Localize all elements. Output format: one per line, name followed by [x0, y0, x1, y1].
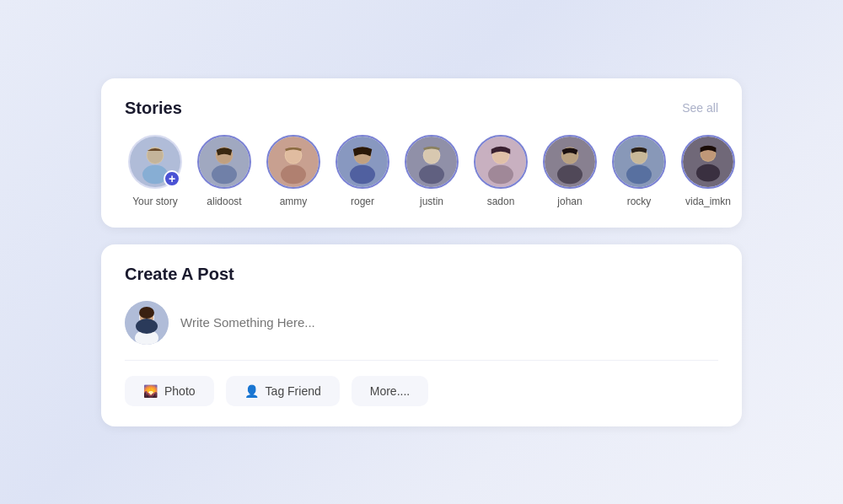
photo-button[interactable]: 🌄 Photo: [125, 376, 214, 406]
story-avatar-wrapper-your-story: +: [128, 135, 182, 189]
tag-friend-label: Tag Friend: [266, 384, 321, 398]
story-label-rocky: rocky: [627, 196, 652, 207]
story-avatar-rocky: [612, 135, 666, 189]
stories-title: Stories: [125, 99, 182, 118]
story-avatar-sadon: [474, 135, 528, 189]
story-label-roger: roger: [351, 196, 374, 207]
svg-point-6: [212, 164, 237, 184]
svg-point-10: [281, 164, 306, 184]
story-avatar-wrapper-johan: [543, 135, 597, 189]
svg-point-18: [419, 164, 444, 184]
story-item-alidoost[interactable]: alidoost: [194, 135, 255, 207]
stories-list: +Your story alidoost ammy roger justin s…: [125, 135, 718, 207]
svg-point-26: [557, 164, 583, 184]
story-label-justin: justin: [420, 196, 443, 207]
story-avatar-wrapper-roger: [336, 135, 389, 189]
story-item-rocky[interactable]: rocky: [609, 135, 669, 207]
svg-point-40: [139, 307, 154, 319]
photo-icon: 🌄: [143, 384, 158, 398]
story-item-vida_imkn[interactable]: vida_imkn: [678, 135, 738, 207]
story-label-sadon: sadon: [487, 196, 515, 207]
svg-point-22: [488, 164, 513, 184]
story-avatar-alidoost: [197, 135, 251, 189]
story-avatar-johan: [543, 135, 597, 189]
story-item-ammy[interactable]: ammy: [263, 135, 324, 207]
current-user-avatar: [125, 301, 169, 345]
story-avatar-roger: [336, 135, 389, 189]
story-avatar-wrapper-justin: [405, 135, 459, 189]
more-button[interactable]: More....: [352, 376, 428, 406]
story-avatar-vida_imkn: [681, 135, 735, 189]
story-item-roger[interactable]: roger: [332, 135, 393, 207]
post-actions: 🌄 Photo 👤 Tag Friend More....: [125, 376, 718, 406]
story-avatar-wrapper-ammy: [266, 135, 320, 189]
story-avatar-justin: [405, 135, 459, 189]
stories-card: Stories See all +Your story alidoost amm…: [101, 78, 742, 228]
story-label-ammy: ammy: [280, 196, 308, 207]
story-label-vida_imkn: vida_imkn: [685, 196, 731, 207]
story-avatar-wrapper-vida_imkn: [681, 135, 735, 189]
post-input[interactable]: [180, 315, 718, 330]
story-label-your-story: Your story: [132, 196, 178, 207]
svg-point-34: [696, 164, 720, 181]
svg-point-41: [136, 319, 158, 334]
stories-header: Stories See all: [125, 99, 718, 118]
tag-friend-button[interactable]: 👤 Tag Friend: [226, 376, 340, 406]
story-item-your-story[interactable]: +Your story: [125, 135, 185, 207]
add-story-badge: +: [164, 170, 180, 187]
see-all-button[interactable]: See all: [682, 101, 718, 115]
create-post-card: Create A Post 🌄 Photo 👤 Tag Friend More.…: [101, 244, 742, 426]
story-avatar-wrapper-sadon: [474, 135, 528, 189]
story-avatar-ammy: [266, 135, 320, 189]
more-label: More....: [370, 384, 410, 398]
story-avatar-wrapper-rocky: [612, 135, 666, 189]
person-icon: 👤: [244, 384, 259, 398]
story-item-justin[interactable]: justin: [401, 135, 462, 207]
post-input-row: [125, 301, 718, 361]
story-avatar-wrapper-alidoost: [197, 135, 251, 189]
story-item-sadon[interactable]: sadon: [470, 135, 531, 207]
create-post-title: Create A Post: [125, 265, 718, 284]
story-item-johan[interactable]: johan: [540, 135, 600, 207]
story-label-johan: johan: [557, 196, 582, 207]
photo-label: Photo: [164, 384, 196, 398]
svg-point-30: [626, 164, 652, 184]
svg-point-14: [350, 164, 375, 184]
svg-point-19: [424, 147, 440, 164]
story-label-alidoost: alidoost: [207, 196, 241, 207]
